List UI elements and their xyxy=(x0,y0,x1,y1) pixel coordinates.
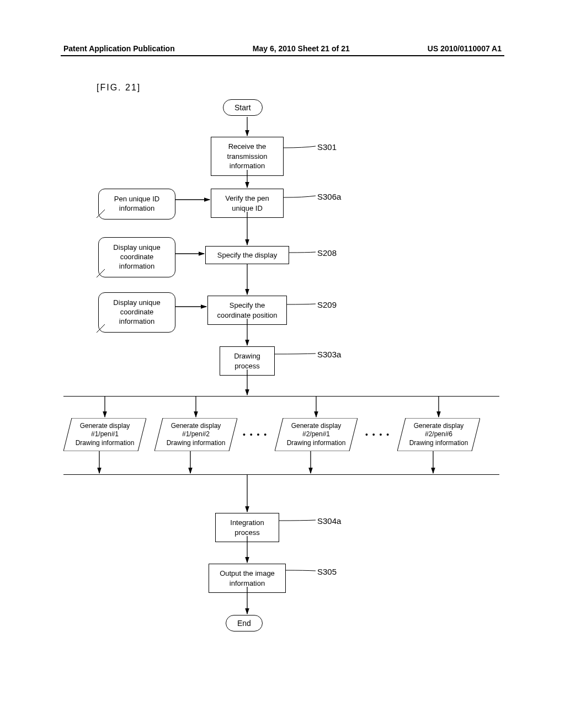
parallel-2-text: Generate display#1/pen#2Drawing informat… xyxy=(167,422,226,448)
input-pen-id: Pen unique IDinformation xyxy=(98,189,175,220)
parallel-3-text: Generate display#2/pen#1Drawing informat… xyxy=(287,422,346,448)
step-s306a: Verify the penunique ID xyxy=(211,189,284,218)
step-s304a: Integrationprocess xyxy=(215,513,279,542)
parallel-3: Generate display#2/pen#1Drawing informat… xyxy=(275,418,358,451)
label-s304a: S304a xyxy=(317,516,341,526)
dots-1: • • • • xyxy=(243,430,268,439)
label-s208: S208 xyxy=(317,248,337,258)
end-terminal: End xyxy=(226,615,263,631)
parallel-4: Generate display#2/pen#6Drawing informat… xyxy=(397,418,480,451)
label-s306a: S306a xyxy=(317,192,341,201)
figure-label: [FIG. 21] xyxy=(97,83,141,93)
start-terminal: Start xyxy=(223,99,263,116)
header-center: May 6, 2010 Sheet 21 of 21 xyxy=(253,44,350,53)
header-right: US 2010/0110007 A1 xyxy=(428,44,502,53)
label-s301: S301 xyxy=(317,142,337,152)
dots-2: • • • • xyxy=(365,430,390,439)
label-s303a: S303a xyxy=(317,350,341,359)
label-s305: S305 xyxy=(317,567,337,576)
header-divider xyxy=(61,55,504,56)
parallel-1: Generate display#1/pen#1Drawing informat… xyxy=(63,418,146,451)
header-left: Patent Application Publication xyxy=(63,44,175,53)
diagram-container: [FIG. 21] Start Receive thetransmissioni… xyxy=(0,66,565,728)
step-s305: Output the imageinformation xyxy=(209,564,286,593)
step-s301: Receive thetransmissioninformation xyxy=(211,137,284,176)
input-disp-coord-1: Display uniquecoordinateinformation xyxy=(98,237,175,277)
step-s303a: Drawingprocess xyxy=(220,346,275,376)
parallel-1-text: Generate display#1/pen#1Drawing informat… xyxy=(76,422,135,448)
parallel-top-line xyxy=(63,396,499,397)
input-disp-coord-2: Display uniquecoordinateinformation xyxy=(98,292,175,333)
label-s209: S209 xyxy=(317,300,337,309)
parallel-4-text: Generate display#2/pen#6Drawing informat… xyxy=(409,422,468,448)
parallel-2: Generate display#1/pen#2Drawing informat… xyxy=(154,418,237,451)
step-s209: Specify thecoordinate position xyxy=(207,296,287,325)
parallel-bottom-line xyxy=(63,474,499,475)
step-s208: Specify the display xyxy=(205,246,289,264)
